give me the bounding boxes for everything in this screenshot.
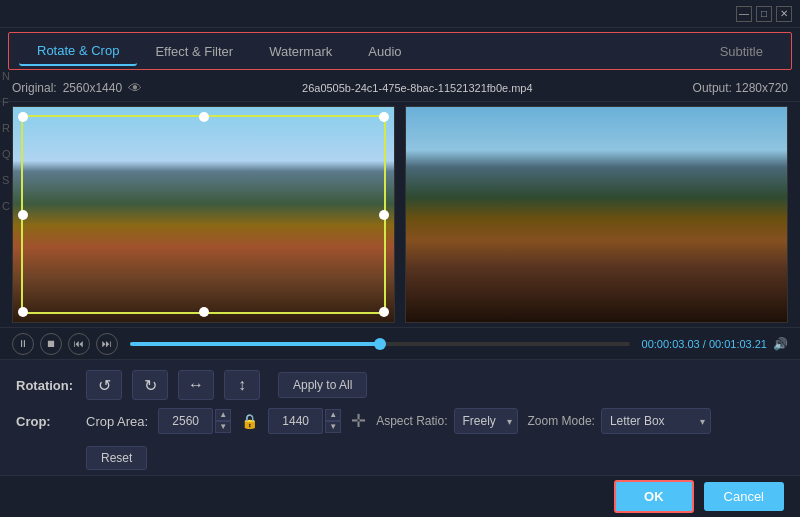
rotation-label: Rotation: [16,378,76,393]
preview-left [12,106,395,323]
filename-display: 26a0505b-24c1-475e-8bac-11521321fb0e.mp4 [142,82,693,94]
crop-height-group: ▲ ▼ [268,408,341,434]
flip-vertical-button[interactable]: ↕ [224,370,260,400]
zoom-mode-label: Zoom Mode: [528,414,595,428]
preview-right [405,106,788,323]
aspect-ratio-label: Aspect Ratio: [376,414,447,428]
move-icon[interactable]: ✛ [351,410,366,432]
rotate-ccw-button[interactable]: ↺ [86,370,122,400]
flip-horizontal-button[interactable]: ↔ [178,370,214,400]
time-separator: / [703,338,706,350]
maximize-button[interactable]: □ [756,6,772,22]
apply-all-button[interactable]: Apply to All [278,372,367,398]
zoom-mode-select[interactable]: Letter Box Pan & Scan Full [601,408,711,434]
volume-icon[interactable]: 🔊 [773,337,788,351]
original-info: Original: 2560x1440 👁 [12,80,142,96]
eye-icon[interactable]: 👁 [128,80,142,96]
output-label: Output: [693,81,732,95]
output-size: 1280x720 [735,81,788,95]
bottom-bar: OK Cancel [0,475,800,517]
crop-width-spinner: ▲ ▼ [215,409,231,433]
time-current: 00:00:03.03 [642,338,700,350]
ok-button[interactable]: OK [614,480,694,513]
progress-fill [130,342,380,346]
crop-height-spinner: ▲ ▼ [325,409,341,433]
crop-width-input[interactable] [158,408,213,434]
next-frame-button[interactable]: ⏭ [96,333,118,355]
aspect-ratio-group: Aspect Ratio: Freely 16:9 4:3 1:1 [376,408,517,434]
sidebar-letters: N F R Q S C [0,70,16,212]
preview-area [0,102,800,327]
progress-bar[interactable] [130,342,630,346]
crop-height-down[interactable]: ▼ [325,421,341,433]
title-bar: — □ ✕ [0,0,800,28]
close-button[interactable]: ✕ [776,6,792,22]
progress-thumb[interactable] [374,338,386,350]
stop-button[interactable]: ⏹ [40,333,62,355]
time-total: 00:01:03.21 [709,338,767,350]
tab-effect-filter[interactable]: Effect & Filter [137,38,251,65]
tab-audio[interactable]: Audio [350,38,419,65]
aspect-ratio-wrapper: Freely 16:9 4:3 1:1 [454,408,518,434]
tab-rotate-crop[interactable]: Rotate & Crop [19,37,137,66]
crop-row: Crop: Crop Area: ▲ ▼ 🔒 ▲ ▼ ✛ Aspect Rati… [16,408,784,434]
crop-width-down[interactable]: ▼ [215,421,231,433]
tab-bar: Rotate & Crop Effect & Filter Watermark … [8,32,792,70]
pause-button[interactable]: ⏸ [12,333,34,355]
crop-label: Crop: [16,414,76,429]
crop-width-up[interactable]: ▲ [215,409,231,421]
controls-area: Rotation: ↺ ↻ ↔ ↕ Apply to All Crop: Cro… [0,359,800,488]
original-size: 2560x1440 [63,81,122,95]
output-video-frame [406,107,787,322]
cancel-button[interactable]: Cancel [704,482,784,511]
crop-width-group: ▲ ▼ [158,408,231,434]
crop-height-up[interactable]: ▲ [325,409,341,421]
tab-watermark[interactable]: Watermark [251,38,350,65]
prev-frame-button[interactable]: ⏮ [68,333,90,355]
zoom-mode-wrapper: Letter Box Pan & Scan Full [601,408,711,434]
time-display: 00:00:03.03 / 00:01:03.21 [642,338,767,350]
rotation-row: Rotation: ↺ ↻ ↔ ↕ Apply to All [16,370,784,400]
crop-height-input[interactable] [268,408,323,434]
info-bar: Original: 2560x1440 👁 26a0505b-24c1-475e… [0,74,800,102]
minimize-button[interactable]: — [736,6,752,22]
playback-bar: ⏸ ⏹ ⏮ ⏭ 00:00:03.03 / 00:01:03.21 🔊 [0,327,800,359]
reset-row: Reset [16,442,784,470]
reset-button[interactable]: Reset [86,446,147,470]
lock-icon[interactable]: 🔒 [241,413,258,429]
aspect-ratio-select[interactable]: Freely 16:9 4:3 1:1 [454,408,518,434]
original-label: Original: [12,81,57,95]
source-video-frame [13,107,394,322]
zoom-mode-group: Zoom Mode: Letter Box Pan & Scan Full [528,408,711,434]
output-info: Output: 1280x720 [693,81,788,95]
crop-area-label: Crop Area: [86,414,148,429]
rotate-cw-button[interactable]: ↻ [132,370,168,400]
tab-subtitle[interactable]: Subtitle [702,38,781,65]
